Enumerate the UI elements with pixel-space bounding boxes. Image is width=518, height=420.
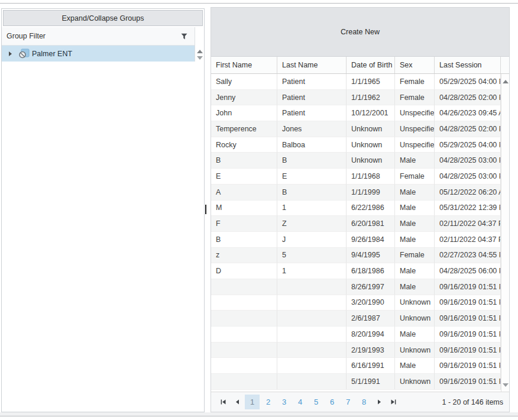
grid-cell: 09/16/2019 01:51 PM xyxy=(435,295,501,311)
grid-cell: Male xyxy=(395,327,435,343)
table-row[interactable]: z59/4/1995Female02/27/2023 04:55 PM xyxy=(211,248,501,264)
grid-cell: Female xyxy=(395,248,435,264)
table-row[interactable]: JennyPatient1/1/1962Female04/28/2025 02:… xyxy=(211,90,501,106)
text-cursor xyxy=(205,205,206,214)
grid-cell: M xyxy=(211,201,277,217)
table-row[interactable]: BBUnknownMale04/28/2025 03:00 PM xyxy=(211,153,501,169)
column-header-sex[interactable]: Sex xyxy=(395,57,435,73)
groups-panel: Expand/Collapse Groups Group Filter xyxy=(1,8,205,412)
grid-cell: Temperence xyxy=(211,121,277,137)
grid-cell xyxy=(211,311,277,327)
grid-cell: 04/26/2023 09:45 AM xyxy=(435,105,501,121)
grid-cell: 05/29/2025 04:00 PM xyxy=(435,137,501,153)
tree-scrollbar[interactable] xyxy=(195,27,204,62)
table-row[interactable]: 3/20/1990Unknown09/16/2019 01:51 PM xyxy=(211,295,501,311)
grid-cell: Patient xyxy=(277,105,347,121)
table-row[interactable]: SallyPatient1/1/1965Female05/29/2025 04:… xyxy=(211,74,501,90)
grid-cell: 8/26/1997 xyxy=(347,279,395,295)
grid-cell: Unknown xyxy=(395,374,435,390)
page-6-button[interactable]: 6 xyxy=(325,395,339,409)
grid-cell: Unknown xyxy=(395,343,435,358)
page-8-button[interactable]: 8 xyxy=(357,395,371,409)
create-new-button[interactable]: Create New xyxy=(211,8,509,57)
grid-cell: B xyxy=(211,232,277,248)
page-2-button[interactable]: 2 xyxy=(261,395,276,409)
tree-item-palmer-ent[interactable]: Palmer ENT xyxy=(2,46,195,62)
column-header-date-of-birth[interactable]: Date of Birth xyxy=(347,57,395,73)
grid-cell: Male xyxy=(395,279,435,295)
grid-cell: z xyxy=(211,248,277,264)
table-row[interactable]: JohnPatient10/12/2001Unspecified04/26/20… xyxy=(211,105,501,121)
grid-cell: Unspecified xyxy=(395,121,435,137)
table-row[interactable]: 8/26/1997Male09/16/2019 01:51 PM xyxy=(211,279,501,295)
table-row[interactable]: D16/18/1986Male04/28/2025 06:00 PM xyxy=(211,263,501,279)
grid-cell: E xyxy=(277,169,347,185)
previous-page-button[interactable] xyxy=(230,395,244,409)
grid-cell: Male xyxy=(395,216,435,232)
grid-cell xyxy=(277,374,347,390)
table-row[interactable]: 2/19/1993Unknown09/16/2019 01:51 PM xyxy=(211,343,501,358)
grid-cell xyxy=(211,343,277,358)
scroll-down-icon[interactable] xyxy=(197,56,203,60)
first-page-button[interactable] xyxy=(216,395,230,409)
table-row[interactable]: 5/1/1991Unknown09/16/2019 01:51 PM xyxy=(211,374,501,390)
table-row[interactable]: 2/6/1987Unknown09/16/2019 01:51 PM xyxy=(211,311,501,327)
grid-cell xyxy=(211,279,277,295)
grid-cell: Jones xyxy=(277,121,347,137)
table-row[interactable]: BJ9/26/1984Male02/11/2022 04:37 PM xyxy=(211,232,501,248)
grid-cell: J xyxy=(277,232,347,248)
grid-cell: Male xyxy=(395,185,435,201)
grid-cell: F xyxy=(211,216,277,232)
grid-scrollbar[interactable] xyxy=(501,74,509,392)
filter-icon[interactable] xyxy=(181,33,187,40)
grid-cell xyxy=(277,358,347,374)
table-row[interactable]: FZ6/20/1981Male02/11/2022 04:37 PM xyxy=(211,216,501,232)
grid-cell: Unknown xyxy=(395,311,435,327)
table-row[interactable]: RockyBalboaUnknownUnspecified05/29/2025 … xyxy=(211,137,501,153)
grid-cell: B xyxy=(277,185,347,201)
grid-cell xyxy=(277,343,347,358)
grid-cell: 09/16/2019 01:51 PM xyxy=(435,327,501,343)
page-5-button[interactable]: 5 xyxy=(309,395,323,409)
page-4-button[interactable]: 4 xyxy=(293,395,307,409)
group-tree-container: Group Filter Palmer ENT xyxy=(2,27,204,412)
page-7-button[interactable]: 7 xyxy=(341,395,355,409)
scroll-down-icon[interactable] xyxy=(503,383,509,387)
column-header-spacer xyxy=(501,57,509,73)
grid-cell: Z xyxy=(277,216,347,232)
grid-cell: 1/1/1965 xyxy=(347,74,395,90)
last-page-button[interactable] xyxy=(386,395,400,409)
grid-rows: SallyPatient1/1/1965Female05/29/2025 04:… xyxy=(211,74,501,392)
grid-cell: 09/16/2019 01:51 PM xyxy=(435,358,501,374)
grid-cell xyxy=(211,374,277,390)
grid-cell: Rocky xyxy=(211,137,277,153)
scroll-up-icon[interactable] xyxy=(503,80,509,83)
table-row[interactable]: 8/20/1994Male09/16/2019 01:51 PM xyxy=(211,327,501,343)
table-row[interactable]: M16/22/1986Male05/31/2022 12:39 PM xyxy=(211,201,501,217)
grid-cell: 2/19/1993 xyxy=(347,343,395,358)
column-header-last-name[interactable]: Last Name xyxy=(277,57,347,73)
table-row[interactable]: AB1/1/1999Male05/12/2022 06:20 AM xyxy=(211,185,501,201)
expand-collapse-groups-button[interactable]: Expand/Collapse Groups xyxy=(3,10,203,26)
page-3-button[interactable]: 3 xyxy=(277,395,292,409)
items-summary: 1 - 20 of 146 items xyxy=(442,398,504,406)
scroll-up-icon[interactable] xyxy=(197,50,203,53)
page-1-button[interactable]: 1 xyxy=(245,395,260,409)
column-header-last-session[interactable]: Last Session xyxy=(435,57,501,73)
grid-cell: A xyxy=(211,185,277,201)
grid-cell: 05/29/2025 04:00 PM xyxy=(435,74,501,90)
grid-cell: 10/12/2001 xyxy=(347,105,395,121)
column-header-first-name[interactable]: First Name xyxy=(211,57,277,73)
grid-cell: John xyxy=(211,105,277,121)
next-page-button[interactable] xyxy=(372,395,386,409)
grid-cell: Balboa xyxy=(277,137,347,153)
table-row[interactable]: TemperenceJonesUnknownUnspecified04/28/2… xyxy=(211,121,501,137)
grid-cell: Sally xyxy=(211,74,277,90)
grid-cell: E xyxy=(211,169,277,185)
grid-cell: 5 xyxy=(277,248,347,264)
grid-cell: 2/6/1987 xyxy=(347,311,395,327)
table-row[interactable]: 6/16/1991Male09/16/2019 01:51 PM xyxy=(211,358,501,374)
table-row[interactable]: EE1/1/1968Female04/28/2025 03:00 PM xyxy=(211,169,501,185)
expand-arrow-icon[interactable] xyxy=(9,51,12,56)
grid-cell: Unspecified xyxy=(395,105,435,121)
